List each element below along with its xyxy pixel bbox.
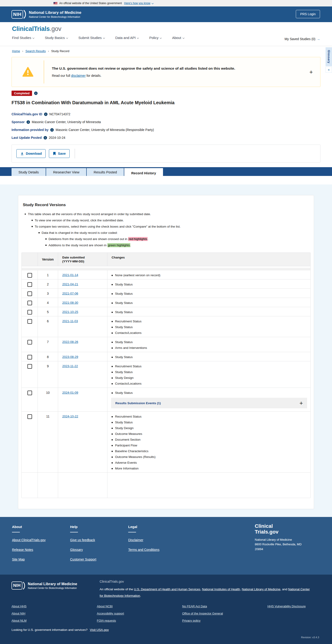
nav-item[interactable]: Study Basics bbox=[45, 36, 68, 40]
changes-list: Study Status bbox=[111, 282, 308, 286]
footer-link[interactable]: Release Notes bbox=[12, 548, 33, 552]
footer-link[interactable]: Give us feedback bbox=[70, 538, 95, 542]
changes-list: Study Status bbox=[111, 301, 308, 305]
nlm-link[interactable]: National Library of Medicine bbox=[242, 588, 280, 591]
version-date-link[interactable]: 2024-10-22 bbox=[62, 414, 78, 418]
version-checkbox[interactable] bbox=[28, 310, 32, 314]
version-date-link[interactable]: 2021-04-21 bbox=[62, 282, 78, 286]
footer-link[interactable]: Glossary bbox=[70, 548, 83, 552]
visit-usa-gov-link[interactable]: Visit USA.gov bbox=[90, 628, 108, 632]
version-checkbox[interactable] bbox=[28, 364, 32, 369]
footer-bottom-link[interactable]: Privacy policy bbox=[182, 619, 200, 622]
footer-bottom-link[interactable]: FOIA requests bbox=[97, 619, 116, 622]
version-checkbox[interactable] bbox=[28, 273, 32, 278]
breadcrumb-home-link[interactable]: Home bbox=[12, 49, 20, 53]
version-date-link[interactable]: 2023-11-22 bbox=[62, 364, 78, 368]
record-tab[interactable]: Record History bbox=[124, 167, 163, 178]
my-saved-studies-link[interactable]: My Saved Studies (0)→ bbox=[284, 37, 320, 41]
info-icon[interactable] bbox=[26, 120, 30, 124]
nih-link[interactable]: National Institutes of Health bbox=[202, 588, 240, 591]
download-button[interactable]: Download bbox=[16, 149, 46, 158]
version-date-link[interactable]: 2021-11-03 bbox=[62, 319, 78, 323]
version-number: 1 bbox=[38, 270, 58, 279]
footer-bottom-link[interactable]: HHS Vulnerability Disclosure bbox=[268, 604, 306, 608]
footer-link[interactable]: About ClinicalTrials.gov bbox=[12, 538, 46, 542]
footer-link-item: Glossary bbox=[70, 548, 128, 552]
change-item: Document Section bbox=[111, 438, 308, 442]
nav-item[interactable]: About bbox=[172, 36, 184, 40]
square-bullet-icon bbox=[112, 293, 113, 294]
nav-item[interactable]: Submit Studies bbox=[78, 36, 105, 40]
version-checkbox[interactable] bbox=[28, 355, 32, 360]
version-checkbox[interactable] bbox=[28, 301, 32, 305]
nav-item[interactable]: Policy bbox=[149, 36, 162, 40]
version-row: 4 2021-08-30 Study Status bbox=[22, 298, 310, 307]
footer-link[interactable]: Customer Support bbox=[70, 558, 96, 561]
chevron-down-icon bbox=[66, 37, 68, 39]
expand-banner-button[interactable]: + bbox=[310, 69, 313, 75]
record-tab[interactable]: Researcher View bbox=[46, 168, 87, 176]
footer-bottom-link[interactable]: About NIH bbox=[12, 612, 25, 615]
save-button[interactable]: Save bbox=[49, 149, 70, 158]
footer-bottom-link[interactable]: Accessibility support bbox=[97, 612, 124, 615]
version-row: 9 2023-11-22 Recruitment Status Study St… bbox=[22, 361, 310, 388]
record-tabs: Study Details Researcher View Results Po… bbox=[0, 167, 332, 176]
glossary-tab[interactable]: Glossary bbox=[326, 47, 332, 66]
hhs-link[interactable]: U.S. Department of Health and Human Serv… bbox=[134, 588, 200, 591]
info-icon[interactable] bbox=[44, 136, 47, 140]
chevron-down-icon bbox=[160, 37, 162, 39]
footer-link[interactable]: Disclaimer bbox=[128, 538, 143, 542]
version-date-link[interactable]: 2021-01-14 bbox=[62, 273, 78, 277]
footer-bottom-link[interactable]: About NCBI bbox=[97, 604, 113, 608]
version-checkbox[interactable] bbox=[28, 282, 32, 287]
changes-list: Study Status bbox=[111, 355, 308, 359]
clinicaltrials-logo[interactable]: ClinicalTrials.gov bbox=[12, 25, 61, 32]
version-checkbox[interactable] bbox=[28, 414, 32, 419]
change-item: Recruitment Status bbox=[111, 364, 308, 368]
footer-link[interactable]: Terms and Conditions bbox=[128, 548, 159, 552]
footer-bottom-link[interactable]: About HHS bbox=[12, 604, 26, 608]
info-icon[interactable] bbox=[34, 92, 38, 95]
version-number: 8 bbox=[38, 352, 58, 361]
prs-login-button[interactable]: PRS Login bbox=[296, 10, 320, 18]
version-date-link[interactable]: 2022-08-26 bbox=[62, 340, 78, 344]
footer-link[interactable]: Site Map bbox=[12, 558, 25, 561]
footer-bottom-link[interactable]: About NLM bbox=[12, 619, 26, 622]
version-date-link[interactable]: 2021-08-30 bbox=[62, 301, 78, 304]
disclaimer-link[interactable]: disclaimer bbox=[71, 74, 86, 78]
footer-bottom-link-item: Accessibility support bbox=[97, 611, 182, 616]
footer-bottom-column: About NCBI Accessibility support FOIA re… bbox=[97, 604, 182, 626]
version-checkbox[interactable] bbox=[28, 319, 32, 324]
warning-icon-area bbox=[12, 60, 44, 84]
breadcrumb-search-results-link[interactable]: Search Results bbox=[25, 49, 46, 53]
version-row: 5 2021-10-25 Study Status bbox=[22, 307, 310, 316]
version-checkbox[interactable] bbox=[28, 292, 32, 296]
heres-how-you-know-link[interactable]: Here's how you know bbox=[124, 2, 150, 5]
version-row: 2 2021-04-21 Study Status bbox=[22, 279, 310, 288]
footer-bottom-link[interactable]: No FEAR Act Data bbox=[182, 604, 207, 608]
change-item: Baseline Characteristics bbox=[111, 449, 308, 453]
record-tab[interactable]: Results Posted bbox=[87, 168, 124, 176]
version-checkbox[interactable] bbox=[28, 390, 32, 395]
record-tab[interactable]: Study Details bbox=[12, 168, 46, 176]
version-date-link[interactable]: 2021-07-06 bbox=[62, 292, 78, 295]
version-date-link[interactable]: 2024-01-09 bbox=[62, 391, 78, 394]
nav-item[interactable]: Data and API bbox=[115, 36, 138, 40]
footer-heading-rule bbox=[12, 532, 20, 532]
breadcrumb: Home › Search Results › Study Record bbox=[12, 49, 332, 53]
version-date-link[interactable]: 2021-10-25 bbox=[62, 310, 78, 314]
footer-site-name: ClinicalTrials.gov bbox=[100, 580, 314, 583]
info-icon[interactable] bbox=[44, 112, 48, 116]
version-checkbox[interactable] bbox=[28, 340, 32, 344]
version-date-link[interactable]: 2023-08-29 bbox=[62, 355, 78, 358]
nlm-logo-link[interactable]: NIH National Library of Medicine Nationa… bbox=[12, 10, 82, 19]
government-disclaimer-banner: The U.S. government does not review or a… bbox=[12, 57, 320, 87]
square-bullet-icon bbox=[112, 383, 113, 384]
nav-item[interactable]: Find Studies bbox=[12, 36, 34, 40]
footer-bottom-link[interactable]: Office of the Inspector General bbox=[182, 612, 223, 615]
id-label: ClinicalTrials.gov ID bbox=[12, 112, 42, 116]
info-icon[interactable] bbox=[50, 128, 54, 132]
collapse-glossary-button[interactable]: « bbox=[326, 67, 332, 73]
footer-official-statement: ClinicalTrials.gov An official website o… bbox=[100, 580, 314, 599]
results-submission-accordion[interactable]: Results Submission Events (1) + bbox=[111, 398, 307, 408]
